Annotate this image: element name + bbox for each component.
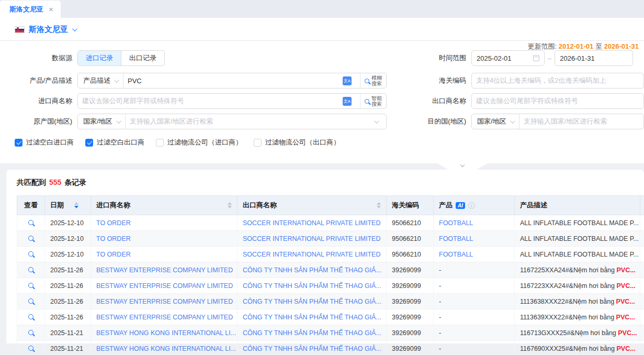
calendar-icon — [533, 55, 539, 61]
ai-badge: AI — [456, 202, 465, 209]
exporter-link[interactable]: CÔNG TY TNHH SẢN PHẨM THỂ THAO GIẢ... — [243, 267, 381, 274]
view-record-button[interactable] — [28, 330, 33, 335]
cell-product: - — [434, 262, 515, 278]
col-importer[interactable]: 进口商名称 — [91, 196, 238, 215]
view-record-button[interactable] — [28, 251, 33, 257]
checkbox-unchecked-icon[interactable] — [156, 139, 164, 147]
exporter-link[interactable]: SOCCER INTERNATIONAL PRIVATE LIMITED — [243, 235, 380, 242]
col-exporter[interactable]: 出口商名称 — [238, 196, 387, 215]
view-record-button[interactable] — [28, 314, 33, 319]
keyword-highlight: PVC — [617, 282, 630, 290]
product-search-input[interactable]: PVC 文A — [123, 76, 360, 85]
checkbox-unchecked-icon[interactable] — [254, 139, 262, 147]
view-record-button[interactable] — [28, 267, 33, 272]
filter-checkbox[interactable]: 过滤物流公司（进口商） — [156, 138, 242, 147]
view-record-button[interactable] — [28, 283, 33, 288]
importer-link[interactable]: BESTWAY ENTERPRISE COMPANY LIMITED — [96, 267, 233, 274]
data-source-label: 数据源 — [0, 53, 77, 63]
importer-input[interactable]: 建议去除公司尾部字符或特殊符号 文A — [78, 96, 360, 106]
importer-link[interactable]: BESTWAY HONG KONG INTERNATIONAL LI... — [96, 345, 236, 352]
tab-export-records[interactable]: 出口记录 — [121, 51, 164, 65]
origin-country-select[interactable]: 国家/地区 — [78, 114, 126, 129]
destination-country-input[interactable]: 支持输入国家/地区进行检索 — [519, 117, 643, 126]
checkbox-checked-icon[interactable] — [85, 139, 93, 147]
exporter-link[interactable]: CÔNG TY TNHH SẢN PHẨM THỂ THAO GIẢ... — [243, 314, 381, 321]
table-row: 2025-11-26BESTWAY ENTERPRISE COMPANY LIM… — [17, 309, 644, 325]
exporter-link[interactable]: CÔNG TY TNHH SẢN PHẨM THỂ THAO GIẢ... — [243, 329, 381, 337]
cell-extra — [640, 262, 644, 278]
importer-link[interactable]: BESTWAY ENTERPRISE COMPANY LIMITED — [96, 282, 233, 290]
product-type-select[interactable]: 产品描述 — [78, 73, 123, 88]
product-link[interactable]: FOOTBALL — [439, 251, 473, 258]
importer-link[interactable]: TO ORDER — [96, 251, 131, 258]
exporter-input[interactable]: 建议去除公司尾部字符或特殊符号 — [471, 93, 644, 109]
close-icon[interactable]: × — [49, 5, 53, 13]
exporter-link[interactable]: CÔNG TY TNHH SẢN PHẨM THỂ THAO GIẢ... — [243, 282, 381, 290]
cell-hs-code: 39269099 — [387, 325, 434, 341]
cell-hs-code: 95066210 — [387, 231, 434, 247]
tab-import-records[interactable]: 进口记录 — [78, 51, 121, 65]
date-start-input[interactable]: 2025-02-01 — [471, 50, 545, 66]
update-range-start: 2012-01-01 — [559, 42, 594, 50]
product-link[interactable]: FOOTBALL — [439, 235, 473, 242]
hs-code-input[interactable]: 支持4位以上海关编码，或2位海关编码加上 — [471, 73, 644, 88]
cell-product: - — [434, 278, 515, 294]
fuzzy-search-button[interactable]: 模糊 搜索 — [360, 73, 386, 88]
cell-date: 2025-11-26 — [45, 309, 91, 325]
tab-title: 斯洛文尼亚 — [9, 5, 43, 14]
table-row: 2025-11-21BESTWAY HONG KONG INTERNATIONA… — [17, 325, 644, 341]
checkbox-checked-icon[interactable] — [15, 139, 22, 147]
filter-checkbox[interactable]: 过滤空白出口商 — [85, 138, 144, 147]
chevron-down-icon — [460, 163, 465, 167]
filter-checkbox[interactable]: 过滤空白进口商 — [15, 138, 74, 147]
table-header-row: 查看 日期 进口商名称 出口商名称 海关编码 — [17, 196, 644, 215]
exporter-link[interactable]: CÔNG TY TNHH SẢN PHẨM THỂ THAO GIẢ... — [243, 298, 381, 305]
cell-date: 2025-11-26 — [45, 294, 91, 309]
country-header: 斯洛文尼亚 — [0, 18, 644, 41]
date-end-input[interactable]: 2026-01-31 — [555, 50, 633, 66]
col-date[interactable]: 日期 — [45, 196, 91, 215]
table-row: 2025-12-10TO ORDERSOCCER INTERNATIONAL P… — [17, 215, 644, 231]
cell-product-desc: ALL INFLATABLE FOOTBALL MADE P... — [515, 231, 640, 247]
product-link[interactable]: FOOTBALL — [439, 219, 473, 227]
importer-label: 进口商名称 — [0, 96, 77, 106]
tab-slovenia[interactable]: 斯洛文尼亚 × — [0, 1, 61, 18]
keyword-highlight: PVC — [618, 329, 631, 337]
hs-code-label: 海关编码 — [387, 76, 471, 85]
translate-icon[interactable]: 文A — [343, 76, 352, 85]
cell-product-desc: 1113639XXX22#&Nệm hơi bằng PVC... — [515, 309, 640, 325]
chevron-down-icon[interactable] — [72, 26, 77, 31]
cell-product-desc: 1167223XXA24#&Nệm hơi bằng PVC... — [515, 278, 640, 294]
checkbox-label: 过滤空白进口商 — [26, 138, 74, 147]
col-extra — [640, 196, 644, 215]
slovenia-flag-icon — [15, 26, 25, 33]
smart-search-button[interactable]: 智能 搜索 — [360, 94, 386, 108]
filter-checkbox[interactable]: 过滤物流公司（出口商） — [254, 138, 340, 147]
cell-extra — [640, 215, 644, 231]
exporter-link[interactable]: SOCCER INTERNATIONAL PRIVATE LIMITED — [243, 219, 380, 227]
importer-link[interactable]: TO ORDER — [96, 219, 131, 227]
cell-hs-code: 95066210 — [387, 215, 434, 231]
cell-hs-code: 39269099 — [387, 278, 434, 294]
origin-country-input[interactable]: 支持输入国家/地区进行检索 — [126, 117, 386, 126]
importer-link[interactable]: BESTWAY ENTERPRISE COMPANY LIMITED — [96, 314, 233, 321]
view-record-button[interactable] — [28, 236, 33, 241]
exporter-link[interactable]: SOCCER INTERNATIONAL PRIVATE LIMITED — [243, 251, 380, 258]
match-count: 555 — [49, 178, 61, 186]
info-icon[interactable] — [468, 202, 475, 209]
exporter-link[interactable]: CÔNG TY TNHH SẢN PHẨM THỂ THAO GIẢ... — [243, 345, 381, 352]
importer-link[interactable]: BESTWAY ENTERPRISE COMPANY LIMITED — [96, 298, 233, 305]
data-source-segmented: 进口记录 出口记录 — [77, 50, 165, 66]
importer-link[interactable]: BESTWAY HONG KONG INTERNATIONAL LI... — [96, 329, 236, 337]
cell-hs-code: 39269099 — [387, 262, 434, 278]
view-record-button[interactable] — [28, 298, 33, 304]
cell-product: - — [434, 294, 515, 309]
keyword-highlight: PVC — [617, 267, 630, 274]
view-record-button[interactable] — [28, 220, 33, 225]
view-record-button[interactable] — [28, 346, 33, 351]
importer-link[interactable]: TO ORDER — [96, 235, 131, 242]
chevron-down-icon — [374, 118, 379, 124]
translate-icon[interactable]: 文A — [343, 97, 352, 106]
country-name[interactable]: 斯洛文尼亚 — [29, 25, 68, 35]
destination-country-select[interactable]: 国家/地区 — [472, 114, 519, 129]
